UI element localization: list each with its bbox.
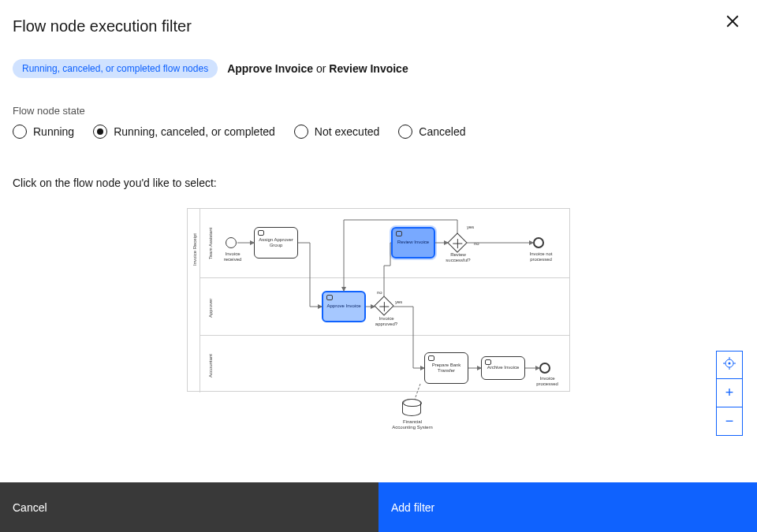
lane-label-1: Team Assistant [208, 228, 213, 259]
radio-not-executed[interactable]: Not executed [294, 125, 380, 139]
edge-label-yes2: yes [395, 299, 402, 304]
minus-icon: − [725, 413, 734, 430]
user-task-icon [258, 230, 264, 236]
gateway-review-successful[interactable] [447, 233, 467, 252]
zoom-in-button[interactable]: + [716, 379, 743, 407]
state-pill[interactable]: Running, canceled, or completed flow nod… [13, 59, 218, 78]
task-prepare-bank-transfer[interactable]: Prepare Bank Transfer [424, 352, 468, 384]
task-label: Review Invoice [397, 240, 429, 245]
end-event-label: Invoice processed [531, 376, 563, 387]
radio-icon [93, 125, 107, 139]
criteria-text: Approve Invoice or Review Invoice [227, 62, 408, 75]
add-filter-button[interactable]: Add filter [378, 482, 757, 532]
radio-running[interactable]: Running [13, 125, 74, 139]
modal-flow-node-execution-filter: Flow node execution filter Running, canc… [0, 0, 757, 532]
button-label: Add filter [391, 501, 434, 514]
criteria-node-1: Approve Invoice [227, 62, 313, 75]
select-hint: Click on the flow node you'd like to sel… [13, 177, 744, 189]
user-task-icon [396, 231, 402, 236]
lane-label-3: Accountant [208, 354, 213, 378]
radio-label: Running, canceled, or completed [114, 125, 275, 138]
bpmn-edges [188, 209, 571, 477]
start-event-icon[interactable] [226, 237, 237, 248]
start-event-label: Invoice received [219, 251, 246, 262]
gateway-label: Invoice approved? [371, 316, 402, 326]
zoom-out-button[interactable]: − [716, 407, 743, 436]
task-approve-invoice[interactable]: Approve Invoice [322, 291, 366, 322]
svg-point-1 [729, 362, 731, 364]
end-event-processed-icon[interactable] [539, 363, 550, 374]
criteria-sep: or [316, 62, 326, 75]
radio-icon [294, 125, 308, 139]
modal-footer: Cancel Add filter [0, 482, 757, 532]
pool-label: Invoice Receipt [192, 233, 197, 266]
bpmn-diagram-area[interactable]: Invoice Receipt Team Assistant Approver … [0, 197, 732, 473]
end-event-label: Invoice not processed [524, 251, 558, 262]
radio-running-canceled-completed[interactable]: Running, canceled, or completed [93, 125, 275, 139]
radio-icon [13, 125, 27, 139]
edge-label-yes1: yes [467, 225, 474, 229]
pool-divider [200, 209, 200, 392]
target-icon [723, 357, 736, 374]
filter-criteria-row: Running, canceled, or completed flow nod… [13, 59, 744, 78]
task-archive-invoice[interactable]: Archive Invoice [481, 356, 525, 380]
task-assign-approver-group[interactable]: Assign Approver Group [254, 227, 298, 259]
lane-divider-1 [200, 277, 570, 278]
edge-label-no2: no [377, 290, 382, 295]
task-label: Prepare Bank Transfer [427, 363, 466, 374]
close-button[interactable] [725, 14, 740, 32]
data-store-label: Financial Accounting System [392, 419, 433, 430]
gateway-invoice-approved[interactable] [374, 296, 393, 315]
lane-divider-2 [200, 335, 570, 336]
fit-to-screen-button[interactable] [716, 351, 743, 379]
state-section-label: Flow node state [13, 105, 744, 117]
user-task-icon [428, 355, 434, 361]
plus-icon: + [725, 385, 734, 401]
gateway-label: Review successful? [442, 252, 475, 262]
state-radio-group: Running Running, canceled, or completed … [13, 125, 744, 139]
user-task-icon [326, 295, 333, 300]
task-review-invoice[interactable]: Review Invoice [391, 227, 435, 259]
close-icon [725, 17, 740, 31]
task-label: Approve Invoice [326, 303, 360, 309]
button-label: Cancel [13, 501, 47, 514]
radio-label: Not executed [315, 125, 380, 138]
criteria-node-2: Review Invoice [329, 62, 408, 75]
radio-label: Canceled [419, 125, 465, 138]
lane-label-2: Approver [208, 299, 213, 318]
radio-label: Running [33, 125, 74, 138]
edge-label-no1: no [474, 241, 479, 246]
data-store-financial-system-icon[interactable] [402, 399, 421, 416]
bpmn-pool: Invoice Receipt Team Assistant Approver … [187, 208, 570, 392]
cancel-button[interactable]: Cancel [0, 482, 378, 532]
radio-canceled[interactable]: Canceled [398, 125, 465, 139]
service-task-icon [485, 359, 491, 365]
end-event-not-processed-icon[interactable] [533, 237, 544, 248]
task-label: Archive Invoice [487, 365, 520, 370]
modal-header: Flow node execution filter Running, canc… [0, 0, 757, 189]
diagram-controls: + − [716, 351, 743, 436]
modal-title: Flow node execution filter [13, 17, 744, 35]
task-label: Assign Approver Group [256, 237, 296, 248]
radio-icon [398, 125, 412, 139]
